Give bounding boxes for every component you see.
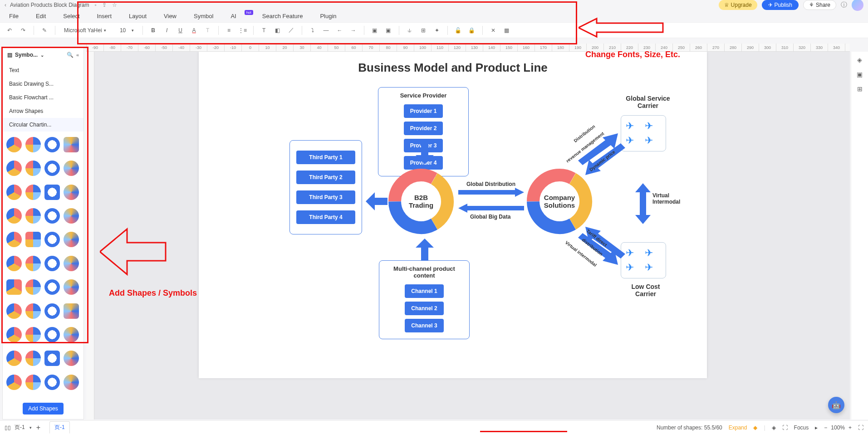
shape-thumb[interactable] [64, 232, 79, 247]
chat-button[interactable]: 🤖 [828, 397, 844, 413]
shape-thumb[interactable] [44, 161, 60, 176]
zoom-in-icon[interactable]: + [848, 424, 852, 431]
shape-thumb[interactable] [64, 375, 79, 390]
redo-icon[interactable]: ↷ [18, 25, 28, 35]
shape-thumb[interactable] [44, 351, 60, 366]
font-select[interactable]: Microsoft YaHei▾ [61, 26, 109, 35]
bullets-icon[interactable]: ⋮≡ [238, 25, 248, 35]
shape-thumb[interactable] [25, 351, 41, 366]
undo-icon[interactable]: ↶ [5, 25, 15, 35]
shape-thumb[interactable] [64, 303, 79, 319]
italic-icon[interactable]: I [162, 25, 172, 35]
menu-view[interactable]: View [164, 13, 177, 20]
shape-thumb[interactable] [64, 351, 79, 366]
shape-thumb[interactable] [6, 185, 22, 200]
connector-icon[interactable]: ⤵ [308, 25, 318, 35]
menu-symbol[interactable]: Symbol [194, 13, 213, 20]
diamond-icon[interactable]: ◆ [753, 424, 757, 431]
shape-thumb[interactable] [6, 375, 22, 390]
menu-select[interactable]: Select [63, 13, 79, 20]
shape-thumb[interactable] [6, 232, 22, 247]
palette-icon[interactable]: ◈ [857, 56, 862, 63]
menu-search-feature[interactable]: Search Feature [262, 13, 303, 20]
preview-icon[interactable]: ▦ [502, 25, 512, 35]
channel-chip[interactable]: Channel 2 [405, 302, 443, 315]
shape-thumb[interactable] [44, 208, 60, 224]
image-icon[interactable]: ▣ [370, 25, 380, 35]
shape-thumb[interactable] [64, 185, 79, 200]
add-page-icon[interactable]: + [36, 424, 40, 432]
star-icon[interactable]: ☆ [112, 2, 117, 8]
underline-icon[interactable]: U [176, 25, 186, 35]
canvas-page[interactable]: Business Model and Product Line Service … [199, 52, 707, 378]
publish-button[interactable]: ✈Publish [762, 0, 799, 10]
menu-file[interactable]: File [9, 13, 19, 20]
wrench-icon[interactable]: ✕ [488, 25, 498, 35]
collapse-icon[interactable]: « [76, 52, 79, 58]
shape-thumb[interactable] [64, 208, 79, 224]
focus-label[interactable]: Focus [794, 424, 809, 431]
arrow-start-icon[interactable]: ← [335, 25, 345, 35]
format-painter-icon[interactable]: ✎ [39, 25, 49, 35]
cat-basic-drawing[interactable]: Basic Drawing S... [3, 77, 83, 91]
shape-thumb[interactable] [44, 375, 60, 390]
layers-toggle-icon[interactable]: ◈ [772, 424, 776, 431]
page-tab[interactable]: 页-1 [49, 421, 70, 434]
share-button[interactable]: ⚘Share [803, 0, 836, 10]
shape-thumb[interactable] [64, 137, 79, 152]
shape-thumb[interactable] [44, 279, 60, 295]
shape-thumb[interactable] [25, 137, 41, 152]
effects-icon[interactable]: ✦ [432, 25, 442, 35]
shape-thumb[interactable] [64, 256, 79, 271]
multi-channel-box[interactable]: Multi-channel product content Channel 1 … [379, 260, 470, 339]
shape-thumb[interactable] [25, 161, 41, 176]
font-color-icon[interactable]: A [189, 25, 199, 35]
third-party-chip[interactable]: Third Party 1 [296, 151, 355, 164]
pen-icon[interactable]: ／ [286, 25, 296, 35]
shape-thumb[interactable] [64, 161, 79, 176]
shape-thumb[interactable] [6, 161, 22, 176]
align-obj-icon[interactable]: ⫝ [405, 25, 415, 35]
third-party-chip[interactable]: Third Party 2 [296, 171, 355, 184]
third-party-chip[interactable]: Third Party 4 [296, 210, 355, 224]
shape-thumb[interactable] [6, 137, 22, 152]
shape-thumb[interactable] [25, 279, 41, 295]
page-dropdown-icon[interactable]: ▾ [29, 425, 32, 430]
lock-icon[interactable]: 🔒 [467, 25, 477, 35]
clear-format-icon[interactable]: T [203, 25, 213, 35]
zoom-out-icon[interactable]: − [824, 424, 827, 431]
arrow-end-icon[interactable]: → [348, 25, 358, 35]
shape-thumb[interactable] [25, 185, 41, 200]
bold-icon[interactable]: B [148, 25, 158, 35]
shape-thumb[interactable] [25, 303, 41, 319]
pages-icon[interactable]: ▯▯ [5, 424, 11, 431]
shape-thumb[interactable] [44, 327, 60, 342]
add-shapes-button[interactable]: Add Shapes [23, 403, 63, 414]
line-style-icon[interactable]: — [321, 25, 331, 35]
text-tool-icon[interactable]: T [259, 25, 269, 35]
search-icon[interactable]: 🔍 [67, 52, 74, 58]
library-icon[interactable]: ▤ [7, 52, 12, 58]
shape-thumb[interactable] [44, 303, 60, 319]
menu-plugin[interactable]: Plugin [320, 13, 336, 20]
cat-arrow-shapes[interactable]: Arrow Shapes [3, 104, 83, 118]
export-icon[interactable]: ⇪ [102, 2, 107, 8]
b2b-ring[interactable]: B2B Trading [387, 167, 455, 235]
menu-insert[interactable]: Insert [97, 13, 112, 20]
shape-thumb[interactable] [25, 327, 41, 342]
shape-thumb[interactable] [25, 208, 41, 224]
expand-link[interactable]: Expand [729, 424, 747, 431]
grid-icon[interactable]: ⊞ [857, 85, 863, 93]
size-select[interactable]: 10▾ [113, 26, 137, 35]
shape-thumb[interactable] [44, 137, 60, 152]
menu-layout[interactable]: Layout [129, 13, 147, 20]
chevron-down-icon[interactable]: ⌄ [40, 53, 44, 58]
menu-ai[interactable]: AIhot [230, 13, 245, 20]
shape-thumb[interactable] [6, 208, 22, 224]
play-icon[interactable]: ▸ [815, 424, 818, 431]
avatar[interactable] [852, 0, 863, 11]
provider-chip[interactable]: Provider 1 [404, 104, 443, 118]
shape-thumb[interactable] [6, 351, 22, 366]
fullscreen-icon[interactable]: ⛶ [858, 424, 863, 431]
save-icon[interactable]: ▫ [95, 2, 97, 8]
